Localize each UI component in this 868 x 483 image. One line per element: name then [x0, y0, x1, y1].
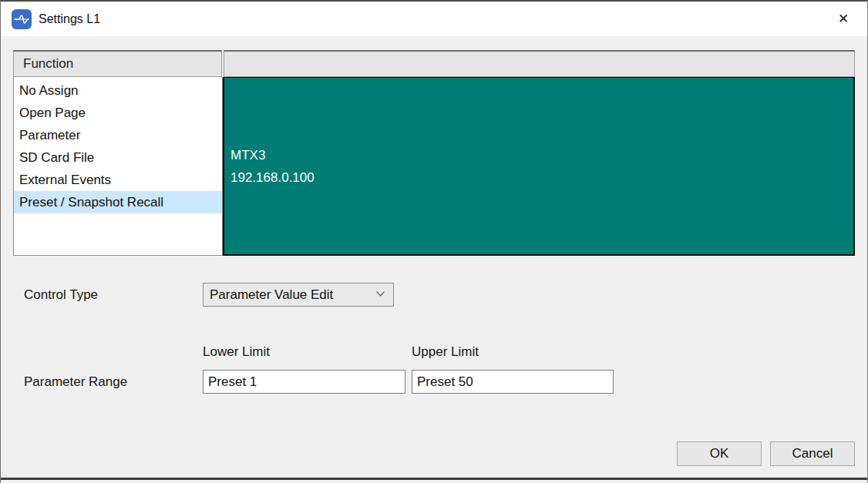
lower-limit-label: Lower Limit [203, 344, 270, 360]
function-list-item[interactable]: Preset / Snapshot Recall [14, 191, 222, 213]
device-name: MTX3 [230, 144, 853, 166]
control-type-dropdown[interactable]: Parameter Value Edit [203, 283, 394, 307]
settings-dialog: Settings L1 ✕ Function No AssignOpen Pag… [0, 0, 868, 483]
upper-limit-label: Upper Limit [412, 344, 479, 360]
function-list-item[interactable]: Open Page [14, 102, 222, 124]
lower-limit-input[interactable] [203, 370, 405, 394]
function-list-item[interactable]: SD Card File [14, 146, 222, 169]
function-list-item[interactable]: External Events [14, 169, 222, 191]
upper-limit-input[interactable] [412, 370, 614, 394]
ok-button[interactable]: OK [677, 441, 762, 466]
chevron-down-icon [375, 290, 385, 297]
close-button[interactable]: ✕ [826, 2, 861, 36]
parameter-range-label: Parameter Range [24, 374, 127, 390]
device-ip: 192.168.0.100 [230, 166, 853, 189]
function-list-item[interactable]: No Assign [14, 79, 222, 102]
titlebar: Settings L1 ✕ [1, 2, 867, 36]
function-list[interactable]: No AssignOpen PageParameterSD Card FileE… [13, 77, 223, 256]
control-type-value: Parameter Value Edit [210, 287, 333, 303]
wave-curve-icon [14, 12, 29, 27]
table-header-row: Function [13, 50, 855, 77]
function-column-header[interactable]: Function [13, 50, 222, 77]
app-icon [12, 9, 32, 29]
cancel-button[interactable]: Cancel [770, 441, 855, 466]
control-type-label: Control Type [24, 287, 98, 303]
device-panel[interactable]: MTX3 192.168.0.100 [223, 77, 855, 256]
window-title: Settings L1 [39, 12, 100, 26]
window-bottom-edge [1, 478, 867, 480]
function-list-item[interactable]: Parameter [14, 124, 222, 146]
blank-column-header [224, 50, 855, 77]
